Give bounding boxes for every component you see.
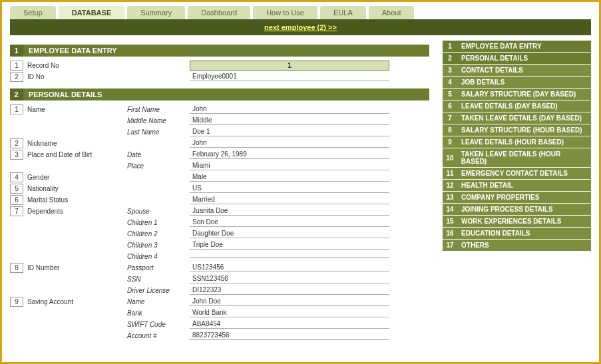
nav-item-16[interactable]: 16EDUCATION DETAILS bbox=[443, 228, 591, 239]
row-num: 1 bbox=[10, 104, 23, 114]
sub-label: Passport bbox=[123, 264, 190, 272]
row-num: 7 bbox=[10, 206, 23, 216]
nav-num: 13 bbox=[443, 192, 457, 203]
field-label: Dependents bbox=[23, 208, 123, 215]
sub-label: SSN bbox=[123, 275, 190, 283]
nav-num: 15 bbox=[443, 216, 457, 227]
nav-num: 7 bbox=[443, 112, 457, 124]
tab-database[interactable]: DATABASE bbox=[59, 6, 124, 19]
tab-dashboard[interactable]: Dashboard bbox=[188, 6, 250, 19]
driver-license-input[interactable]: DI122323 bbox=[190, 285, 389, 295]
nav-item-4[interactable]: 4JOB DETAILS bbox=[443, 77, 591, 88]
nav-num: 2 bbox=[443, 53, 457, 64]
sub-label: First Name bbox=[123, 106, 190, 113]
id-no-value[interactable]: Employee0001 bbox=[190, 72, 389, 81]
tab-eula[interactable]: EULA bbox=[320, 6, 366, 19]
form-area: 1 EMPLOYEE DATA ENTRY 1 Record No 1 2 ID… bbox=[10, 41, 429, 341]
field-label: Gender bbox=[23, 174, 123, 181]
section-num: 2 bbox=[10, 89, 23, 100]
sub-label: Name bbox=[123, 298, 190, 305]
ssn-input[interactable]: SSN123456 bbox=[190, 274, 389, 283]
nav-item-12[interactable]: 12HEALTH DETAIL bbox=[443, 180, 591, 191]
child3-input[interactable]: Triple Doe bbox=[190, 240, 389, 250]
nav-num: 11 bbox=[443, 168, 457, 179]
bank-input[interactable]: World Bank bbox=[190, 308, 389, 317]
nav-item-2[interactable]: 2PERSONAL DETAILS bbox=[443, 53, 591, 64]
child4-input[interactable] bbox=[190, 256, 389, 258]
marital-input[interactable]: Married bbox=[190, 195, 389, 204]
field-label: ID Number bbox=[23, 264, 123, 272]
sub-label: Place bbox=[123, 162, 190, 170]
banner: next employee (2) >> bbox=[10, 19, 591, 35]
nav-num: 4 bbox=[443, 77, 457, 88]
child2-input[interactable]: Daughter Doe bbox=[190, 229, 389, 238]
nav-item-8[interactable]: 8SALARY STRUCTURE (HOUR BASED) bbox=[443, 124, 591, 136]
sub-label: Date bbox=[123, 151, 190, 158]
nav-item-17[interactable]: 17OTHERS bbox=[443, 240, 591, 251]
tab-summary[interactable]: Summary bbox=[127, 6, 185, 19]
first-name-input[interactable]: John bbox=[190, 104, 389, 114]
nav-text: EMERGENCY CONTACT DETAILS bbox=[457, 168, 572, 179]
nickname-input[interactable]: John bbox=[190, 138, 389, 148]
tab-howto[interactable]: How to Use bbox=[253, 6, 317, 19]
passport-input[interactable]: US123456 bbox=[190, 263, 389, 272]
nav-item-1[interactable]: 1EMPLOYEE DATA ENTRY bbox=[443, 41, 591, 52]
nav-text: CONTACT DETAILS bbox=[457, 65, 527, 76]
tab-setup[interactable]: Setup bbox=[10, 6, 56, 19]
section-title: EMPLOYEE DATA ENTRY bbox=[23, 45, 122, 57]
last-name-input[interactable]: Doe 1 bbox=[190, 127, 389, 136]
sub-label: Children 2 bbox=[123, 230, 190, 238]
nav-text: JOINING PROCESS DETAILS bbox=[457, 204, 557, 215]
row-num: 4 bbox=[10, 172, 23, 182]
field-label: Nationality bbox=[23, 185, 123, 192]
sub-label: Children 1 bbox=[123, 219, 190, 226]
nav-text: PERSONAL DETAILS bbox=[457, 53, 532, 64]
birth-place-input[interactable]: Miami bbox=[190, 161, 389, 170]
nav-item-7[interactable]: 7TAKEN LEAVE DETAILS (DAY BASED) bbox=[443, 112, 591, 124]
swift-input[interactable]: ABA8454 bbox=[190, 319, 389, 329]
sub-label: Driver License bbox=[123, 287, 190, 294]
nav-item-3[interactable]: 3CONTACT DETAILS bbox=[443, 65, 591, 76]
nav-item-6[interactable]: 6LEAVE DETAILS (DAY BASED) bbox=[443, 100, 591, 112]
nav-item-13[interactable]: 13COMPANY PROPERTIES bbox=[443, 192, 591, 203]
section-header-entry: 1 EMPLOYEE DATA ENTRY bbox=[10, 45, 429, 57]
account-name-input[interactable]: John Doe bbox=[190, 297, 389, 306]
tab-about[interactable]: About bbox=[369, 6, 415, 19]
nav-item-10[interactable]: 10TAKEN LEAVE DETAILS (HOUR BASED) bbox=[443, 148, 591, 167]
child1-input[interactable]: Son Doe bbox=[190, 218, 389, 227]
nav-text: JOB DETAILS bbox=[457, 77, 508, 88]
nav-text: WORK EXPERIENCES DETAILS bbox=[457, 216, 565, 227]
middle-name-input[interactable]: Middle bbox=[190, 116, 389, 125]
sub-label: Children 4 bbox=[123, 253, 190, 260]
birth-date-input[interactable]: February 26, 1989 bbox=[190, 150, 389, 159]
account-num-input[interactable]: 8823723456 bbox=[190, 331, 389, 340]
nav-item-11[interactable]: 11EMERGENCY CONTACT DETAILS bbox=[443, 168, 591, 179]
row-num: 2 bbox=[10, 138, 23, 148]
nav-sidebar: 1EMPLOYEE DATA ENTRY2PERSONAL DETAILS3CO… bbox=[443, 41, 591, 341]
field-label: ID No bbox=[23, 73, 123, 81]
nav-item-5[interactable]: 5SALARY STRUCTURE (DAY BASED) bbox=[443, 89, 591, 100]
record-no-input[interactable]: 1 bbox=[190, 61, 389, 71]
nav-text: SALARY STRUCTURE (HOUR BASED) bbox=[457, 124, 586, 136]
nav-num: 14 bbox=[443, 204, 457, 215]
nav-text: HEALTH DETAIL bbox=[457, 180, 517, 191]
sub-label: Spouse bbox=[123, 208, 190, 215]
spouse-input[interactable]: Juanita Doe bbox=[190, 206, 389, 216]
nav-num: 1 bbox=[443, 41, 457, 52]
sub-label: Middle Name bbox=[123, 117, 190, 124]
nav-text: LEAVE DETAILS (DAY BASED) bbox=[457, 100, 562, 112]
field-label: Nickname bbox=[23, 140, 123, 147]
nav-item-15[interactable]: 15WORK EXPERIENCES DETAILS bbox=[443, 216, 591, 227]
nav-item-9[interactable]: 9LEAVE DETAILS (HOUR BASED) bbox=[443, 136, 591, 148]
field-label: Record No bbox=[23, 62, 123, 69]
nav-text: OTHERS bbox=[457, 240, 493, 251]
nav-item-14[interactable]: 14JOINING PROCESS DETAILS bbox=[443, 204, 591, 215]
field-label: Marital Status bbox=[23, 196, 123, 204]
next-employee-link[interactable]: next employee (2) >> bbox=[264, 23, 337, 31]
nationality-input[interactable]: US bbox=[190, 184, 389, 193]
nav-num: 9 bbox=[443, 136, 457, 148]
gender-input[interactable]: Male bbox=[190, 172, 389, 182]
row-num: 5 bbox=[10, 184, 23, 194]
row-num: 1 bbox=[10, 61, 23, 71]
nav-text: TAKEN LEAVE DETAILS (HOUR BASED) bbox=[457, 148, 591, 167]
